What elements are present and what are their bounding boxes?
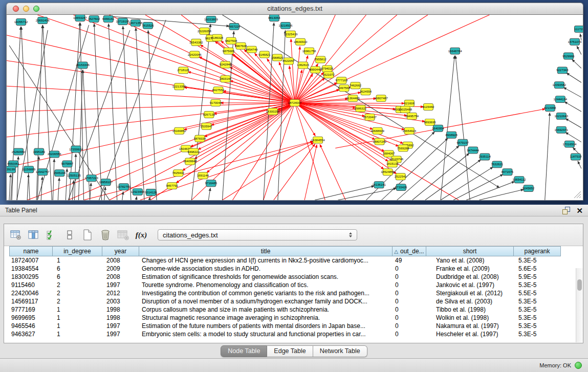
select-all-columns-icon[interactable] [45,228,58,242]
column-header-short[interactable]: short [426,246,514,256]
column-header-in-degree[interactable]: in_degree [53,246,102,256]
edge-arrowhead [41,177,43,180]
graph-edge [66,168,67,200]
graph-node-label: 14671358 [129,21,143,25]
graph-node-label: 2935114 [479,155,491,158]
table-mode-icon[interactable] [63,228,76,242]
memory-status-label: Memory: OK [539,362,571,368]
column-header-year[interactable]: year [102,246,139,256]
column-header-name[interactable]: name [9,246,53,256]
graph-node-label: 7569288 [397,147,409,150]
table-row[interactable]: 1456911722003Disruption of a novel membe… [9,297,583,305]
table-cell: 1997 [102,322,139,330]
zoom-window-button[interactable] [33,6,39,12]
graph-node-label: 1545194 [54,171,66,174]
table-cell: 5.3E-5 [514,306,561,313]
graph-edge [41,177,42,200]
graph-node-label: 9827508 [225,39,237,42]
graph-node-label: 9115460 [422,105,434,108]
graph-node-label: 20206556 [48,153,61,156]
graph-node-label: 9146821 [258,53,271,56]
table-row[interactable]: 1872400712008Changes of HCN gene express… [9,256,583,265]
table-cell: Franke et al. (2009) [426,265,514,272]
tab-edge-table[interactable]: Edge Table [267,345,313,357]
column-header-out-degree[interactable]: △ out_de... [393,246,426,256]
minimize-window-button[interactable] [23,6,29,12]
table-cell: 0 [393,298,426,305]
table-row[interactable]: 969969511998Structural magnetic resonanc… [9,314,583,322]
network-view[interactable]: 1872400718300295232260589827509818632898… [6,15,583,201]
table-toolbar: f(x) citations_edges.txt [4,224,583,246]
graph-node-label: 14136141 [372,183,386,186]
float-panel-icon[interactable] [562,207,570,214]
create-column-icon[interactable] [81,228,94,242]
edge-arrowhead [279,62,281,65]
memory-status-indicator[interactable] [575,362,582,369]
table-cell: 2 [53,290,102,297]
graph-edge [222,142,314,200]
table-cell: 0 [393,322,426,330]
table-scrollbar[interactable] [576,268,583,342]
table-cell: 1 [53,322,102,330]
edge-arrowhead [209,188,211,191]
table-cell: Genome-wide association studies in ADHD. [139,265,393,272]
column-visibility-icon[interactable] [27,228,40,242]
edge-arrowhead [496,185,499,188]
column-header-title[interactable]: title [139,246,393,256]
table-cell: 1 [53,314,102,321]
graph-node-label: 16033809 [204,18,218,21]
sort-ascending-icon: △ [394,249,398,254]
table-cell: 9115460 [9,281,53,289]
close-panel-icon[interactable]: ✕ [576,207,583,214]
table-panel-header: Table Panel ✕ [0,205,588,216]
graph-edge [108,24,117,200]
network-canvas[interactable]: 1872400718300295232260589827509818632898… [7,15,583,200]
table-row[interactable]: 946362711997Embryonic stem cells: a mode… [9,330,583,338]
table-row[interactable]: 911546021997Tourette syndrome. Phenomeno… [9,281,583,289]
table-row[interactable]: 946554611997Estimation of the future num… [9,322,583,330]
table-cell: 14569117 [9,298,53,305]
window-titlebar[interactable]: citations_edges.txt [6,3,583,15]
column-header-pagerank[interactable]: pagerank [514,246,561,256]
graph-node-label: 19958107 [99,181,113,184]
table-tabs: Node Table Edge Table Network Table [0,344,588,358]
graph-edge [222,15,499,188]
function-builder-icon[interactable]: f(x) [135,228,148,242]
graph-node-label: 2986322 [355,107,367,110]
table-settings-icon[interactable] [9,228,23,242]
graph-node-label: 15751074 [568,40,582,43]
table-row[interactable]: 2242004622012Investigating the contribut… [9,289,583,297]
close-window-button[interactable] [13,6,19,12]
graph-node-label: 8213958 [544,106,556,110]
table-cell: 0 [393,273,426,280]
table-row[interactable]: 1830029562008Estimation of significance … [9,273,583,281]
edge-arrowhead [315,144,317,147]
resize-grip[interactable] [574,191,581,198]
graph-node-label: 12093582 [552,83,566,86]
table-cell: Embryonic stem cells: a model to study s… [139,331,393,338]
graph-edge [7,103,295,112]
table-cell: Corpus callosum shape and size in male p… [139,306,393,313]
table-row[interactable]: 977716911998Corpus callosum shape and si… [9,305,583,314]
table-selector-dropdown[interactable]: citations_edges.txt [158,229,357,240]
graph-node-label: 3624554 [360,90,372,93]
graph-node-label: 18300295 [266,110,279,113]
graph-edge [27,174,29,200]
delete-column-icon[interactable] [99,228,112,242]
graph-node-label: 9170044 [210,101,222,104]
graph-edge [412,153,469,200]
tab-node-table[interactable]: Node Table [221,345,267,357]
graph-node-label: 9875685 [223,50,235,53]
graph-node-label: 12505135 [67,174,81,177]
graph-node-label: 21364486 [346,97,360,100]
scrollbar-thumb[interactable] [577,279,582,291]
table-row[interactable]: 1938455462009Genome-wide association stu… [9,265,583,273]
graph-node-label: 8990448 [309,68,321,71]
graph-node-label: 7955812 [314,58,326,61]
tab-network-table[interactable]: Network Table [313,345,367,357]
table-cell: 19384554 [9,265,53,272]
table-cell: 18724007 [9,257,53,264]
graph-node-label: 9314126 [145,191,157,194]
window-title: citations_edges.txt [7,3,583,14]
graph-node-label: 9245652 [522,187,535,190]
